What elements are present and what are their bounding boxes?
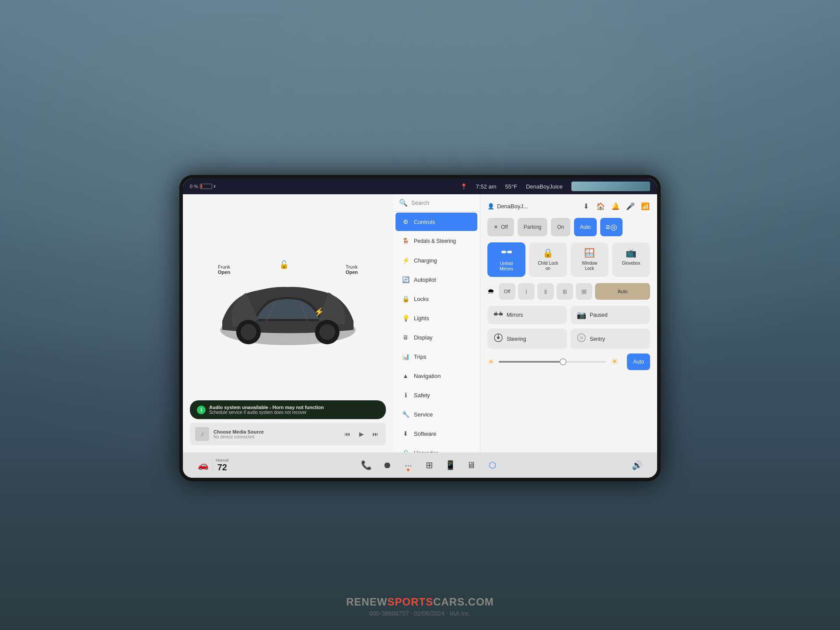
sentry-icon <box>577 333 586 345</box>
camera-label: Paused <box>590 312 608 318</box>
volume-icon[interactable]: 🔊 <box>630 458 644 472</box>
taskbar-left: 🚗 Manual 72 <box>196 458 229 472</box>
nav-label-navigation: Navigation <box>414 373 441 379</box>
wiper-off-btn[interactable]: Off <box>499 283 515 300</box>
window-lock-label: WindowLock <box>582 261 598 271</box>
url-sports: SPORTS <box>387 596 433 608</box>
temp-value: 72 <box>216 462 229 472</box>
home-icon[interactable]: 🏠 <box>596 201 606 211</box>
left-panel: Frunk Open Trunk Open 🔓 <box>183 194 393 452</box>
nav-item-display[interactable]: 🖥 Display <box>396 328 477 346</box>
search-icon: 🔍 <box>399 199 408 207</box>
nav-label-service: Service <box>414 411 433 418</box>
screen-icon[interactable]: 🖥 <box>464 458 478 472</box>
headlights-auto-btn[interactable]: Auto <box>574 218 597 236</box>
play-button[interactable]: ▶ <box>356 429 367 439</box>
alert-title: Audio system unavailable - Horn may not … <box>209 405 324 410</box>
user-bar: 👤 DenaBoyJ... ⬇ 🏠 🔔 🎤 📶 <box>487 201 650 211</box>
main-content: Frunk Open Trunk Open 🔓 <box>183 194 657 452</box>
bell-icon[interactable]: 🔔 <box>611 201 620 211</box>
camera-icon: 📷 <box>577 310 586 320</box>
next-button[interactable]: ⏭ <box>370 429 381 439</box>
lights-icon: 💡 <box>402 314 410 322</box>
nav-item-charging[interactable]: ⚡ Charging <box>396 251 477 270</box>
nav-item-locks[interactable]: 🔒 Locks <box>396 290 477 308</box>
safety-icon: ℹ <box>402 391 410 399</box>
child-lock-btn[interactable]: 🔒 Child Lockon <box>529 242 567 277</box>
high-beam-icon: ≡◎ <box>606 222 617 232</box>
prev-button[interactable]: ⏮ <box>342 429 353 439</box>
nav-label-software: Software <box>414 430 436 437</box>
nav-item-upgrades[interactable]: 🔒 Upgrades <box>396 444 477 452</box>
apps-icon[interactable]: ⊞ <box>422 458 436 472</box>
nav-label-lights: Lights <box>414 315 429 322</box>
status-row-1: Mirrors 📷 Paused <box>487 306 650 324</box>
alert-banner: ℹ Audio system unavailable - Horn may no… <box>190 400 386 419</box>
nav-item-navigation[interactable]: ▲ Navigation <box>396 367 477 385</box>
child-lock-icon: 🔒 <box>542 248 553 258</box>
wiper-auto-btn[interactable]: Auto <box>595 283 650 300</box>
media-bar[interactable]: ♪ Choose Media Source No device connecte… <box>190 423 386 445</box>
camera-card: 📷 Paused <box>570 306 650 324</box>
brightness-slider[interactable] <box>499 361 606 363</box>
glovebox-icon: 📺 <box>626 248 637 258</box>
battery-percent: 0 % <box>190 184 198 189</box>
more-icon[interactable]: ··· <box>401 458 415 472</box>
watermark-id: 000-38688757 · 02/06/2024 · IAA Inc. <box>346 610 494 617</box>
phone-icon[interactable]: 📞 <box>359 458 373 472</box>
nav-item-lights[interactable]: 💡 Lights <box>396 309 477 327</box>
glovebox-btn[interactable]: 📺 Glovebox <box>612 242 650 277</box>
headlights-off-btn[interactable]: ☀ Off <box>487 218 514 236</box>
battery-fill <box>201 185 202 188</box>
bluetooth-icon[interactable]: ⬡ <box>485 458 499 472</box>
media-controls: ⏮ ▶ ⏭ <box>342 429 381 439</box>
brightness-row: ☀ ☀ Auto <box>487 354 650 370</box>
nav-item-service[interactable]: 🔧 Service <box>396 405 477 424</box>
steering-label: Steering <box>507 336 526 342</box>
temp-mode-label: Manual <box>216 458 229 462</box>
wiper-level2-btn[interactable]: || <box>537 283 554 300</box>
nav-label-controls: Controls <box>414 219 435 225</box>
nav-item-pedals[interactable]: 🪑 Pedals & Steering <box>396 232 477 250</box>
car-icon[interactable]: 🚗 <box>196 458 210 472</box>
brightness-auto-btn[interactable]: Auto <box>627 354 650 370</box>
headlight-icon-off: ☀ <box>494 224 498 230</box>
alert-subtitle: Schedule service if audio system does no… <box>209 410 324 415</box>
svg-point-4 <box>319 324 335 340</box>
nav-item-controls[interactable]: ⚙ Controls <box>396 213 477 231</box>
download-icon[interactable]: ⬇ <box>581 201 591 211</box>
wiper-level4-btn[interactable]: |||| <box>576 283 592 300</box>
dashcam-icon[interactable]: ⏺ <box>380 458 394 472</box>
autopilot-icon: 🔄 <box>402 276 410 284</box>
window-lock-btn[interactable]: 🪟 WindowLock <box>570 242 609 277</box>
temperature: 55°F <box>505 183 518 190</box>
screen: 0 % 📍 7:52 am 55°F DenaBoyJuice <box>183 178 657 478</box>
svg-point-16 <box>580 336 583 340</box>
nav-item-safety[interactable]: ℹ Safety <box>396 386 477 404</box>
unfold-mirrors-btn[interactable]: UnfoldMirrors <box>487 242 525 277</box>
nav-label-safety: Safety <box>414 392 430 399</box>
wiper-level1-btn[interactable]: | <box>518 283 535 300</box>
high-beam-btn[interactable]: ≡◎ <box>600 218 623 236</box>
car-svg: ⚡ <box>209 260 367 356</box>
svg-rect-10 <box>499 313 503 315</box>
nav-item-trips[interactable]: 📊 Trips <box>396 347 477 366</box>
nav-item-software[interactable]: ⬇ Software <box>396 424 477 443</box>
watermark-url: RENEWSPORTSCARS.COM <box>346 596 494 608</box>
media-player-icon[interactable]: 📱 <box>443 458 457 472</box>
search-bar[interactable]: 🔍 Search <box>393 194 480 212</box>
action-grid: UnfoldMirrors 🔒 Child Lockon 🪟 WindowLoc… <box>487 242 650 277</box>
more-notif-dot <box>407 469 410 471</box>
headlights-on-btn[interactable]: On <box>551 218 570 236</box>
top-icons: ⬇ 🏠 🔔 🎤 📶 <box>581 201 650 211</box>
url-cars: CARS <box>433 596 465 608</box>
charging-icon: ⚡ <box>402 256 410 264</box>
svg-point-13 <box>497 336 500 339</box>
service-icon: 🔧 <box>402 410 410 418</box>
wiper-level3-btn[interactable]: ||| <box>556 283 573 300</box>
headlights-row: ☀ Off Parking On Auto <box>487 218 650 236</box>
taskbar-center: 📞 ⏺ ··· ⊞ 📱 🖥 ⬡ <box>359 458 499 472</box>
headlights-parking-btn[interactable]: Parking <box>518 218 548 236</box>
mic-icon[interactable]: 🎤 <box>626 201 635 211</box>
nav-item-autopilot[interactable]: 🔄 Autopilot <box>396 270 477 289</box>
